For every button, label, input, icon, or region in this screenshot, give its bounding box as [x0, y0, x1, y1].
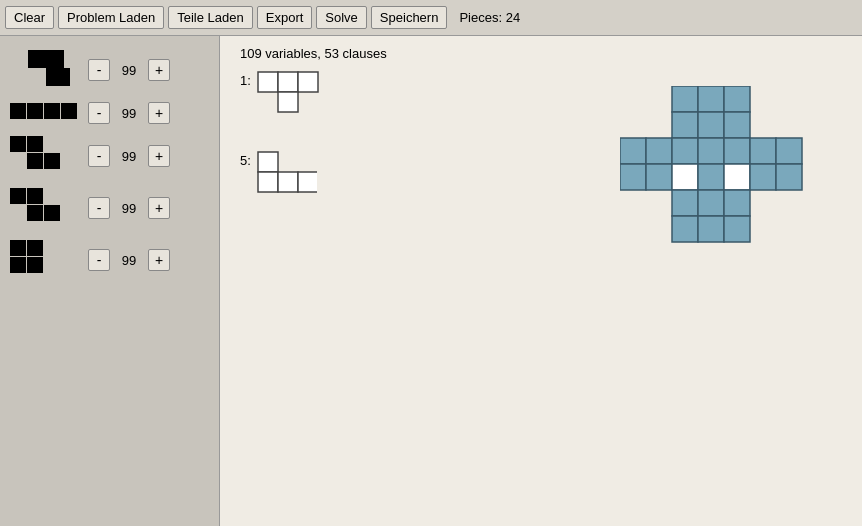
- count-1: 99: [114, 63, 144, 78]
- minus-button-4[interactable]: -: [88, 197, 110, 219]
- plus-button-1[interactable]: +: [148, 59, 170, 81]
- svg-rect-18: [10, 257, 26, 273]
- svg-rect-30: [724, 86, 750, 112]
- svg-rect-42: [646, 164, 672, 190]
- plus-button-3[interactable]: +: [148, 145, 170, 167]
- svg-rect-24: [258, 152, 278, 172]
- speichern-button[interactable]: Speichern: [371, 6, 448, 29]
- svg-rect-5: [27, 103, 43, 119]
- svg-rect-11: [44, 153, 60, 169]
- piece-preview-3: [10, 136, 80, 176]
- main-layout: - 99 + - 99 +: [0, 36, 862, 526]
- svg-rect-25: [258, 172, 278, 192]
- svg-rect-20: [258, 72, 278, 92]
- svg-rect-12: [10, 188, 26, 204]
- piece-row-5: - 99 +: [0, 234, 219, 286]
- piece-shape-1b: [10, 48, 80, 92]
- content-area: 109 variables, 53 clauses 1: 5:: [220, 36, 862, 526]
- stepper-2: - 99 +: [88, 102, 170, 124]
- svg-rect-22: [298, 72, 318, 92]
- export-button[interactable]: Export: [257, 6, 313, 29]
- piece-row-1: - 99 +: [0, 44, 219, 96]
- svg-rect-45: [724, 164, 750, 190]
- piece-shape-5: [10, 240, 50, 280]
- svg-rect-28: [672, 86, 698, 112]
- plus-button-5[interactable]: +: [148, 249, 170, 271]
- stepper-5: - 99 +: [88, 249, 170, 271]
- teile-laden-button[interactable]: Teile Laden: [168, 6, 253, 29]
- minus-button-2[interactable]: -: [88, 102, 110, 124]
- pieces-count-label: Pieces: 24: [459, 10, 520, 25]
- svg-rect-33: [724, 112, 750, 138]
- minus-button-3[interactable]: -: [88, 145, 110, 167]
- svg-rect-26: [278, 172, 298, 192]
- svg-rect-53: [724, 216, 750, 242]
- svg-rect-23: [278, 92, 298, 112]
- piece-row-3: - 99 +: [0, 130, 219, 182]
- svg-rect-9: [27, 136, 43, 152]
- count-2: 99: [114, 106, 144, 121]
- puzzle-visualization: [620, 86, 840, 299]
- svg-rect-4: [10, 103, 26, 119]
- svg-rect-38: [724, 138, 750, 164]
- content-piece-1-shape: [257, 71, 327, 121]
- svg-rect-52: [698, 216, 724, 242]
- puzzle-svg: [620, 86, 840, 296]
- svg-rect-43: [672, 164, 698, 190]
- toolbar: Clear Problem Laden Teile Laden Export S…: [0, 0, 862, 36]
- svg-rect-50: [724, 190, 750, 216]
- plus-button-4[interactable]: +: [148, 197, 170, 219]
- svg-rect-15: [44, 205, 60, 221]
- svg-rect-48: [672, 190, 698, 216]
- svg-rect-10: [27, 153, 43, 169]
- piece-shape-3: [10, 136, 60, 176]
- content-piece-5-shape: [257, 151, 317, 201]
- plus-button-2[interactable]: +: [148, 102, 170, 124]
- svg-rect-40: [776, 138, 802, 164]
- svg-rect-37: [698, 138, 724, 164]
- svg-rect-17: [27, 240, 43, 256]
- problem-laden-button[interactable]: Problem Laden: [58, 6, 164, 29]
- stepper-1: - 99 +: [88, 59, 170, 81]
- svg-rect-32: [698, 112, 724, 138]
- svg-rect-51: [672, 216, 698, 242]
- svg-rect-19: [27, 257, 43, 273]
- svg-rect-34: [620, 138, 646, 164]
- piece-row-2: - 99 +: [0, 96, 219, 130]
- clear-button[interactable]: Clear: [5, 6, 54, 29]
- sidebar: - 99 + - 99 +: [0, 36, 220, 526]
- info-text: 109 variables, 53 clauses: [240, 46, 842, 61]
- svg-rect-13: [27, 188, 43, 204]
- svg-rect-14: [27, 205, 43, 221]
- svg-rect-31: [672, 112, 698, 138]
- svg-rect-27: [298, 172, 317, 192]
- svg-rect-46: [750, 164, 776, 190]
- piece-preview-4: [10, 188, 80, 228]
- svg-rect-16: [10, 240, 26, 256]
- svg-rect-29: [698, 86, 724, 112]
- svg-rect-8: [10, 136, 26, 152]
- piece-row-4: - 99 +: [0, 182, 219, 234]
- svg-rect-47: [776, 164, 802, 190]
- piece-shape-2: [10, 103, 80, 123]
- minus-button-1[interactable]: -: [88, 59, 110, 81]
- stepper-4: - 99 +: [88, 197, 170, 219]
- piece-preview-5: [10, 240, 80, 280]
- content-piece-5-label: 5:: [240, 153, 251, 168]
- stepper-3: - 99 +: [88, 145, 170, 167]
- svg-rect-7: [61, 103, 77, 119]
- solve-button[interactable]: Solve: [316, 6, 367, 29]
- svg-rect-35: [646, 138, 672, 164]
- svg-rect-6: [44, 103, 60, 119]
- svg-rect-49: [698, 190, 724, 216]
- svg-rect-44: [698, 164, 724, 190]
- svg-rect-41: [620, 164, 646, 190]
- minus-button-5[interactable]: -: [88, 249, 110, 271]
- piece-preview-1: [10, 50, 80, 90]
- svg-rect-36: [672, 138, 698, 164]
- svg-rect-21: [278, 72, 298, 92]
- svg-rect-39: [750, 138, 776, 164]
- count-5: 99: [114, 253, 144, 268]
- piece-shape-4: [10, 188, 60, 228]
- count-3: 99: [114, 149, 144, 164]
